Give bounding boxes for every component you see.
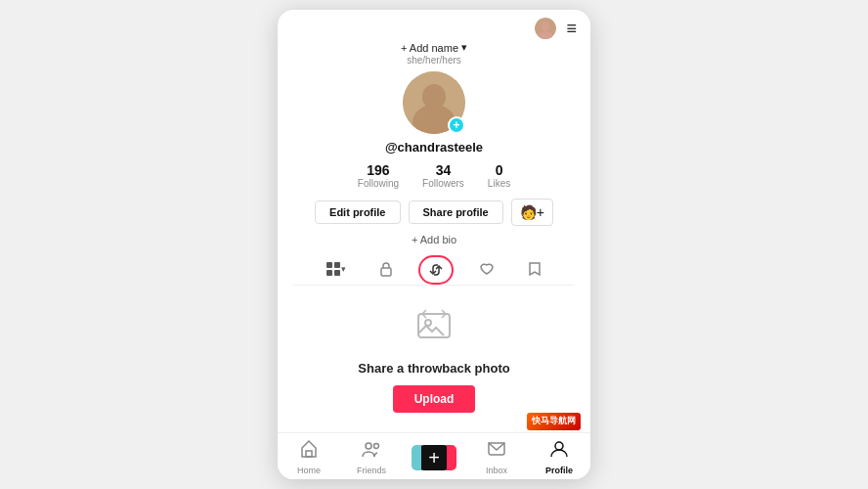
add-content-button[interactable]: +: [416, 445, 452, 470]
nav-home-label: Home: [297, 466, 321, 475]
tab-repost[interactable]: [418, 255, 454, 285]
pronouns-text: she/her/hers: [407, 55, 461, 66]
stat-followers[interactable]: 34 Followers: [422, 162, 464, 189]
nav-home[interactable]: Home: [287, 439, 330, 475]
tab-liked[interactable]: [471, 255, 502, 285]
add-bio-button[interactable]: + Add bio: [412, 234, 456, 245]
svg-point-14: [366, 443, 371, 449]
profile-section: + Add name ▾ she/her/hers + @chandrastee…: [278, 39, 590, 286]
profile-icon: [549, 439, 569, 464]
svg-point-15: [374, 444, 379, 449]
throwback-text: Share a throwback photo: [358, 361, 509, 376]
stats-row: 196 Following 34 Followers 0 Likes: [358, 162, 510, 189]
username-text: @chandrasteele: [385, 140, 483, 155]
add-icon: +: [428, 448, 440, 467]
stat-following[interactable]: 196 Following: [358, 162, 399, 189]
following-label: Following: [358, 178, 399, 189]
following-count: 196: [367, 162, 389, 178]
hamburger-menu-icon[interactable]: ≡: [566, 19, 577, 39]
tab-grid-chevron: ▾: [341, 264, 346, 274]
share-profile-button[interactable]: Share profile: [409, 200, 503, 224]
inbox-icon: [487, 439, 506, 464]
likes-count: 0: [496, 162, 503, 178]
svg-rect-13: [306, 451, 312, 457]
nav-friends-label: Friends: [357, 466, 386, 475]
svg-point-16: [555, 442, 563, 450]
tabs-row: ▾: [293, 255, 575, 286]
action-buttons: Edit profile Share profile 🧑+: [315, 199, 553, 226]
top-bar-avatar[interactable]: [535, 18, 556, 39]
add-person-icon: 🧑+: [520, 204, 544, 220]
followers-count: 34: [436, 162, 452, 178]
content-area: Share a throwback photo Upload: [278, 286, 590, 432]
svg-rect-7: [334, 262, 340, 268]
nav-friends[interactable]: Friends: [350, 439, 393, 475]
likes-label: Likes: [488, 178, 510, 189]
tab-saved[interactable]: [519, 255, 550, 285]
nav-add[interactable]: +: [412, 445, 456, 470]
add-name-label: + Add name: [401, 42, 458, 54]
bottom-nav: Home Friends +: [278, 432, 590, 479]
top-bar: ≡: [278, 10, 590, 39]
svg-rect-6: [326, 262, 332, 268]
svg-rect-11: [418, 314, 450, 337]
chevron-down-icon: ▾: [461, 41, 467, 54]
nav-inbox[interactable]: Inbox: [475, 439, 518, 475]
throwback-icon: [414, 306, 454, 353]
nav-inbox-label: Inbox: [486, 466, 507, 475]
nav-profile[interactable]: Profile: [538, 439, 581, 475]
home-icon: [299, 439, 319, 464]
upload-button[interactable]: Upload: [393, 385, 476, 413]
avatar-add-icon[interactable]: +: [448, 116, 465, 134]
friends-icon: [362, 439, 381, 464]
avatar-container: +: [403, 71, 465, 134]
nav-profile-label: Profile: [545, 466, 573, 475]
followers-label: Followers: [422, 178, 464, 189]
add-friend-button[interactable]: 🧑+: [511, 199, 553, 226]
tab-grid[interactable]: ▾: [318, 255, 354, 285]
stat-likes[interactable]: 0 Likes: [488, 162, 510, 189]
phone-frame: ≡ + Add name ▾ she/her/hers + @chandrast…: [278, 10, 590, 479]
watermark-text: 快马导航网: [532, 416, 576, 425]
add-name-button[interactable]: + Add name ▾: [401, 41, 467, 54]
svg-rect-9: [334, 270, 340, 276]
svg-point-1: [542, 22, 549, 31]
svg-rect-8: [326, 270, 332, 276]
svg-rect-10: [381, 268, 391, 276]
edit-profile-button[interactable]: Edit profile: [315, 200, 400, 224]
tab-private[interactable]: [370, 255, 402, 285]
watermark: 快马导航网: [527, 413, 581, 430]
